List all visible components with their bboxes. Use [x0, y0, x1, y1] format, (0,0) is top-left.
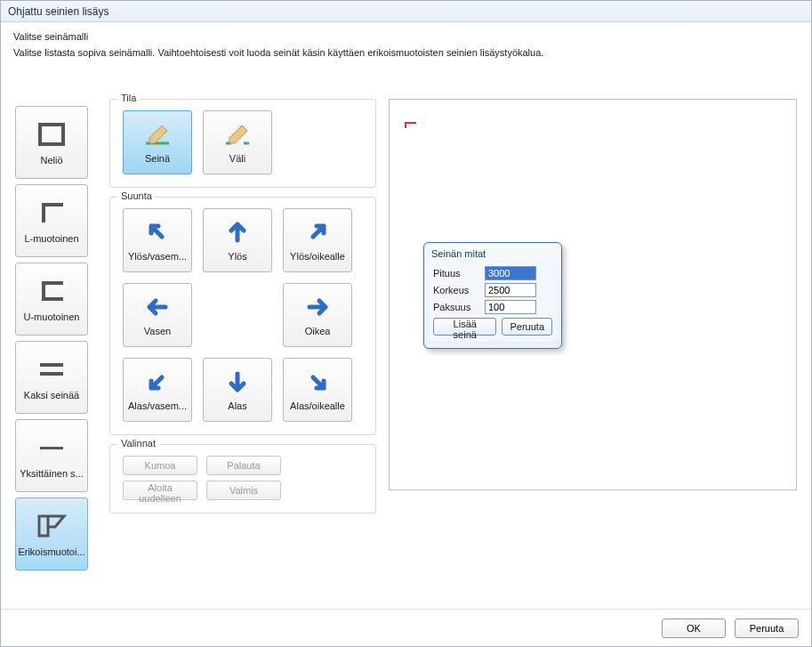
dir-label: Alas/vasem... [128, 400, 187, 411]
shape-u[interactable]: U-muotoinen [15, 263, 88, 336]
wall-start-marker-icon [404, 121, 418, 130]
dialog-footer: OK Peruuta [1, 609, 811, 646]
ok-button[interactable]: OK [662, 619, 726, 638]
group-title: Valinnat [117, 438, 159, 449]
dir-label: Vasen [144, 326, 171, 336]
cancel-button[interactable]: Peruuta [735, 619, 799, 638]
pencil-line-icon [141, 121, 173, 148]
two-walls-icon [32, 354, 71, 384]
controls-column: Tila Seinä Väli [109, 99, 376, 600]
arrow-down-icon [221, 368, 253, 395]
mode-gap-label: Väli [229, 153, 245, 164]
length-input[interactable] [485, 266, 536, 280]
pencil-gap-icon [221, 121, 253, 148]
window-title: Ohjattu seinien lisäys [8, 5, 109, 18]
height-input[interactable] [485, 283, 536, 297]
arrow-down-right-icon [301, 368, 334, 395]
group-tila: Tila Seinä Väli [109, 99, 376, 188]
mode-gap-button[interactable]: Väli [203, 110, 272, 174]
titlebar: Ohjattu seinien lisäys [1, 1, 811, 22]
shape-label: Erikoismuotoi... [18, 546, 84, 557]
height-label: Korkeus [433, 285, 479, 295]
group-suunta: Suunta Ylös/vasem... Ylös Ylös/oikealle [109, 197, 376, 435]
dir-down-left-button[interactable]: Alas/vasem... [123, 358, 192, 422]
preview-column: Seinän mitat Pituus Korkeus Paksuus [389, 99, 797, 600]
wall-dimensions-popup: Seinän mitat Pituus Korkeus Paksuus [423, 242, 562, 349]
arrow-up-left-icon [141, 219, 173, 246]
dir-up-left-button[interactable]: Ylös/vasem... [123, 208, 192, 272]
restart-button[interactable]: Aloita uudelleen [123, 481, 197, 500]
dir-down-button[interactable]: Alas [203, 358, 272, 422]
dir-label: Oikea [305, 326, 331, 336]
length-label: Pituus [433, 268, 479, 279]
svg-rect-1 [40, 363, 63, 367]
shape-custom[interactable]: Erikoismuotoi... [15, 497, 88, 570]
dir-up-right-button[interactable]: Ylös/oikealle [283, 208, 352, 272]
l-shape-icon [32, 198, 71, 228]
group-valinnat: Valinnat Kumoa Palauta Aloita uudelleen … [109, 444, 376, 514]
custom-shape-icon [32, 511, 71, 541]
undo-button[interactable]: Kumoa [123, 456, 197, 475]
dir-label: Ylös/oikealle [290, 251, 345, 262]
dir-label: Alas/oikealle [290, 400, 345, 411]
shape-single-wall[interactable]: Yksittäinen s... [15, 419, 88, 492]
shape-label: U-muotoinen [24, 311, 80, 322]
preview-canvas[interactable]: Seinän mitat Pituus Korkeus Paksuus [389, 99, 797, 490]
group-title: Tila [117, 93, 140, 103]
shape-list: Neliö L-muotoinen U-muotoinen Kaksi sein… [15, 99, 97, 600]
mode-wall-button[interactable]: Seinä [123, 110, 192, 174]
dialog-header: Valitse seinämalli Valitse listasta sopi… [1, 22, 811, 63]
arrow-left-icon [141, 294, 173, 320]
thickness-label: Paksuus [433, 302, 479, 312]
svg-rect-0 [40, 125, 63, 144]
popup-title: Seinän mitat [430, 247, 556, 263]
dir-right-button[interactable]: Oikea [283, 283, 352, 347]
single-wall-icon [32, 433, 71, 463]
finish-button[interactable]: Valmis [206, 481, 281, 500]
shape-two-walls[interactable]: Kaksi seinää [15, 341, 88, 414]
arrow-up-icon [221, 219, 253, 246]
dialog-window: Ohjattu seinien lisäys Valitse seinämall… [0, 0, 812, 647]
dir-label: Ylös/vasem... [128, 251, 187, 262]
u-shape-icon [32, 276, 71, 306]
thickness-input[interactable] [485, 300, 536, 314]
shape-l[interactable]: L-muotoinen [15, 184, 88, 257]
dir-left-button[interactable]: Vasen [123, 283, 192, 347]
square-icon [32, 119, 71, 150]
arrow-right-icon [301, 294, 334, 320]
svg-rect-3 [40, 447, 63, 449]
shape-label: L-muotoinen [24, 233, 78, 244]
svg-rect-2 [40, 372, 63, 376]
arrow-up-right-icon [301, 219, 334, 246]
page-title: Valitse seinämalli [13, 31, 799, 42]
dir-label: Ylös [228, 251, 246, 262]
mode-wall-label: Seinä [145, 153, 170, 164]
shape-label: Neliö [40, 155, 62, 166]
arrow-down-left-icon [141, 368, 173, 395]
cancel-wall-button[interactable]: Peruuta [502, 318, 552, 336]
group-title: Suunta [117, 190, 156, 201]
shape-label: Kaksi seinää [24, 390, 79, 400]
shape-square[interactable]: Neliö [15, 106, 88, 179]
page-subtitle: Valitse listasta sopiva seinämalli. Vaih… [13, 47, 799, 58]
shape-label: Yksittäinen s... [20, 468, 84, 479]
dir-label: Alas [228, 400, 246, 411]
dialog-body: Neliö L-muotoinen U-muotoinen Kaksi sein… [1, 63, 811, 609]
dir-down-right-button[interactable]: Alas/oikealle [283, 358, 352, 422]
add-wall-button[interactable]: Lisää seinä [433, 318, 496, 336]
dir-up-button[interactable]: Ylös [203, 208, 272, 272]
redo-button[interactable]: Palauta [206, 456, 281, 475]
